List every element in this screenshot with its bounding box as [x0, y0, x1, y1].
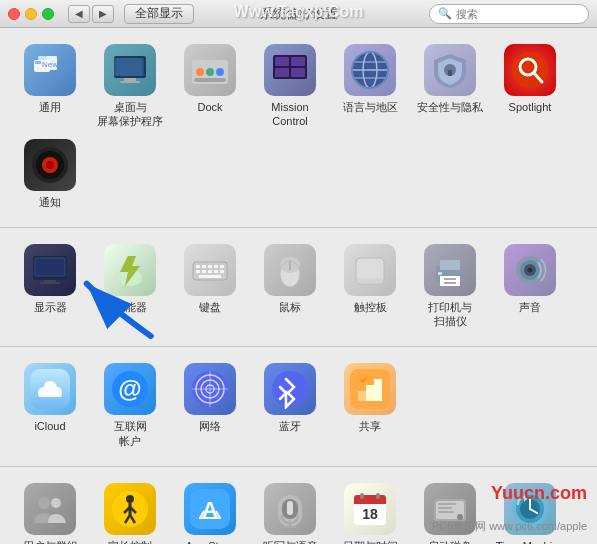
- icon-item-trackpad[interactable]: 触控板: [330, 240, 410, 320]
- maximize-button[interactable]: [42, 8, 54, 20]
- mission-icon: [264, 44, 316, 96]
- printer-icon: [424, 244, 476, 296]
- svg-rect-53: [199, 275, 221, 278]
- svg-rect-102: [354, 501, 386, 504]
- svg-rect-47: [220, 265, 224, 268]
- svg-rect-64: [444, 278, 456, 280]
- icons-row-personal: New 通用: [10, 40, 587, 215]
- show-all-button[interactable]: 全部显示: [124, 4, 194, 24]
- keyboard-label: 键盘: [199, 300, 221, 314]
- svg-rect-104: [360, 493, 364, 499]
- parental-icon: [104, 483, 156, 535]
- display-icon: [24, 244, 76, 296]
- icon-item-energy[interactable]: 节能器: [90, 240, 170, 320]
- general-label: 通用: [39, 100, 61, 114]
- svg-rect-45: [208, 265, 212, 268]
- svg-rect-43: [196, 265, 200, 268]
- icon-item-internet[interactable]: @ 互联网帐户: [90, 359, 170, 454]
- icon-item-bluetooth[interactable]: 蓝牙: [250, 359, 330, 439]
- bluetooth-label: 蓝牙: [279, 419, 301, 433]
- icons-row-system: 用户与群组: [10, 479, 587, 544]
- close-button[interactable]: [8, 8, 20, 20]
- network-label: 网络: [199, 419, 221, 433]
- svg-text:New: New: [42, 60, 58, 69]
- svg-point-81: [38, 497, 50, 509]
- svg-point-12: [196, 68, 204, 76]
- icon-item-notify[interactable]: 通知: [10, 135, 90, 215]
- section-hardware: 显示器 节能器: [0, 228, 597, 348]
- icon-item-datetime[interactable]: 18 日期与时间: [330, 479, 410, 544]
- internet-label: 互联网帐户: [114, 419, 147, 448]
- icon-item-language[interactable]: 语言与地区: [330, 40, 410, 120]
- svg-rect-110: [438, 507, 452, 509]
- sound-icon: [504, 244, 556, 296]
- timemachine-icon: [504, 483, 556, 535]
- svg-rect-52: [220, 270, 224, 273]
- icon-item-timemachine[interactable]: Time Machine: [490, 479, 570, 544]
- mouse-label: 鼠标: [279, 300, 301, 314]
- icon-item-keyboard[interactable]: 键盘: [170, 240, 250, 320]
- icon-item-dock[interactable]: Dock: [170, 40, 250, 120]
- icloud-icon: [24, 363, 76, 415]
- nav-buttons: ◀ ▶: [68, 5, 114, 23]
- search-input[interactable]: [456, 8, 580, 20]
- svg-rect-48: [196, 270, 200, 273]
- icon-item-icloud[interactable]: iCloud: [10, 359, 90, 439]
- icon-item-users[interactable]: 用户与群组: [10, 479, 90, 544]
- security-label: 安全性与隐私: [417, 100, 483, 114]
- svg-rect-8: [124, 78, 136, 81]
- icon-item-sound[interactable]: 声音: [490, 240, 570, 320]
- svg-rect-62: [440, 276, 460, 286]
- svg-point-34: [46, 161, 54, 169]
- svg-rect-18: [275, 68, 289, 77]
- trackpad-label: 触控板: [354, 300, 387, 314]
- svg-rect-36: [35, 258, 65, 276]
- appstore-label: App Store: [186, 539, 235, 544]
- svg-rect-49: [202, 270, 206, 273]
- display-label: 显示器: [34, 300, 67, 314]
- svg-rect-7: [114, 58, 142, 76]
- forward-button[interactable]: ▶: [92, 5, 114, 23]
- svg-point-84: [126, 495, 134, 503]
- search-box[interactable]: 🔍: [429, 4, 589, 24]
- dictation-icon: [264, 483, 316, 535]
- icon-item-network[interactable]: 网络: [170, 359, 250, 439]
- icon-item-startup[interactable]: 启动磁盘: [410, 479, 490, 544]
- trackpad-icon: [344, 244, 396, 296]
- startup-icon: [424, 483, 476, 535]
- network-icon: [184, 363, 236, 415]
- icon-item-spotlight[interactable]: Spotlight: [490, 40, 570, 120]
- icloud-label: iCloud: [34, 419, 65, 433]
- icon-item-sharing[interactable]: 共享: [330, 359, 410, 439]
- notify-icon: [24, 139, 76, 191]
- icon-item-mouse[interactable]: 鼠标: [250, 240, 330, 320]
- dock-icon: [184, 44, 236, 96]
- icon-item-parental[interactable]: 家长控制: [90, 479, 170, 544]
- titlebar: ◀ ▶ 全部显示 🔍 系统偏好设置: [0, 0, 597, 28]
- svg-rect-44: [202, 265, 206, 268]
- icon-item-general[interactable]: New 通用: [10, 40, 90, 120]
- svg-rect-17: [291, 57, 305, 66]
- icon-item-appstore[interactable]: A App Store: [170, 479, 250, 544]
- svg-text:@: @: [118, 375, 141, 402]
- svg-rect-50: [208, 270, 212, 273]
- svg-rect-39: [40, 282, 60, 284]
- svg-rect-61: [440, 260, 460, 270]
- svg-rect-9: [120, 81, 140, 83]
- icon-item-security[interactable]: 安全性与隐私: [410, 40, 490, 120]
- icon-item-dictation[interactable]: 听写与语音: [250, 479, 330, 544]
- icon-item-display[interactable]: 显示器: [10, 240, 90, 320]
- svg-rect-97: [287, 501, 293, 515]
- main-content: New 通用: [0, 28, 597, 544]
- language-icon: [344, 44, 396, 96]
- svg-rect-11: [194, 78, 226, 82]
- back-button[interactable]: ◀: [68, 5, 90, 23]
- icon-item-desktop[interactable]: 桌面与屏幕保护程序: [90, 40, 170, 135]
- svg-rect-111: [438, 511, 454, 513]
- svg-point-13: [206, 68, 214, 76]
- svg-rect-59: [356, 278, 384, 284]
- minimize-button[interactable]: [25, 8, 37, 20]
- icon-item-printer[interactable]: 打印机与扫描仪: [410, 240, 490, 335]
- icon-item-mission[interactable]: MissionControl: [250, 40, 330, 135]
- datetime-label: 日期与时间: [343, 539, 398, 544]
